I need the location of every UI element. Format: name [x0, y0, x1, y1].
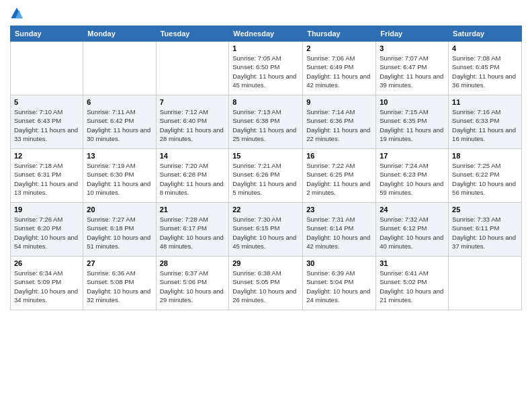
- calendar-cell: 16Sunrise: 7:22 AM Sunset: 6:25 PM Dayli…: [303, 149, 376, 203]
- calendar-cell: 14Sunrise: 7:20 AM Sunset: 6:28 PM Dayli…: [156, 149, 229, 203]
- day-number: 1: [232, 44, 299, 52]
- calendar-cell: 30Sunrise: 6:39 AM Sunset: 5:04 PM Dayli…: [303, 257, 376, 310]
- day-info: Sunrise: 7:31 AM Sunset: 6:14 PM Dayligh…: [306, 215, 372, 250]
- day-number: 7: [160, 98, 226, 106]
- day-info: Sunrise: 7:16 AM Sunset: 6:33 PM Dayligh…: [452, 107, 518, 143]
- logo-icon: [10, 7, 24, 20]
- calendar-cell: 10Sunrise: 7:15 AM Sunset: 6:35 PM Dayli…: [376, 95, 449, 149]
- day-info: Sunrise: 7:28 AM Sunset: 6:17 PM Dayligh…: [160, 215, 226, 250]
- calendar-day-header: Wednesday: [229, 26, 303, 42]
- calendar-day-header: Saturday: [449, 26, 522, 42]
- day-info: Sunrise: 6:36 AM Sunset: 5:08 PM Dayligh…: [87, 269, 152, 304]
- calendar-week-row: 5Sunrise: 7:10 AM Sunset: 6:43 PM Daylig…: [11, 95, 522, 149]
- day-info: Sunrise: 7:26 AM Sunset: 6:20 PM Dayligh…: [14, 215, 79, 250]
- day-number: 24: [380, 205, 445, 214]
- day-number: 30: [306, 259, 372, 267]
- calendar-day-header: Friday: [376, 26, 449, 42]
- calendar-cell: 21Sunrise: 7:28 AM Sunset: 6:17 PM Dayli…: [156, 203, 229, 257]
- day-number: 17: [380, 152, 445, 160]
- day-number: 26: [14, 259, 79, 267]
- calendar-cell: 13Sunrise: 7:19 AM Sunset: 6:30 PM Dayli…: [83, 149, 156, 203]
- day-number: 12: [14, 152, 79, 160]
- day-info: Sunrise: 7:25 AM Sunset: 6:22 PM Dayligh…: [452, 161, 518, 197]
- calendar-cell: 15Sunrise: 7:21 AM Sunset: 6:26 PM Dayli…: [229, 149, 303, 203]
- calendar-cell: 6Sunrise: 7:11 AM Sunset: 6:42 PM Daylig…: [83, 95, 156, 149]
- day-number: 5: [14, 98, 79, 106]
- calendar-cell: 1Sunrise: 7:05 AM Sunset: 6:50 PM Daylig…: [229, 42, 303, 95]
- calendar-cell: [156, 42, 229, 95]
- day-info: Sunrise: 7:11 AM Sunset: 6:42 PM Dayligh…: [87, 107, 152, 143]
- day-number: 3: [380, 44, 445, 52]
- day-info: Sunrise: 7:18 AM Sunset: 6:31 PM Dayligh…: [14, 161, 79, 197]
- day-number: 20: [87, 205, 152, 214]
- day-number: 11: [452, 98, 518, 106]
- calendar-week-row: 1Sunrise: 7:05 AM Sunset: 6:50 PM Daylig…: [11, 42, 522, 95]
- calendar-cell: 23Sunrise: 7:31 AM Sunset: 6:14 PM Dayli…: [303, 203, 376, 257]
- calendar-day-header: Monday: [83, 26, 156, 42]
- day-number: 31: [380, 259, 445, 267]
- calendar-day-header: Thursday: [303, 26, 376, 42]
- calendar-cell: 17Sunrise: 7:24 AM Sunset: 6:23 PM Dayli…: [376, 149, 449, 203]
- day-number: 14: [160, 152, 226, 160]
- day-info: Sunrise: 7:22 AM Sunset: 6:25 PM Dayligh…: [306, 161, 372, 197]
- day-info: Sunrise: 7:24 AM Sunset: 6:23 PM Dayligh…: [380, 161, 445, 197]
- day-info: Sunrise: 7:05 AM Sunset: 6:50 PM Dayligh…: [232, 54, 299, 89]
- day-info: Sunrise: 7:12 AM Sunset: 6:40 PM Dayligh…: [160, 107, 226, 143]
- day-number: 28: [160, 259, 226, 267]
- day-number: 27: [87, 259, 152, 267]
- day-info: Sunrise: 7:14 AM Sunset: 6:36 PM Dayligh…: [306, 107, 372, 143]
- day-info: Sunrise: 6:41 AM Sunset: 5:02 PM Dayligh…: [380, 269, 445, 304]
- calendar-cell: 26Sunrise: 6:34 AM Sunset: 5:09 PM Dayli…: [11, 257, 83, 310]
- calendar-cell: 8Sunrise: 7:13 AM Sunset: 6:38 PM Daylig…: [229, 95, 303, 149]
- day-info: Sunrise: 7:27 AM Sunset: 6:18 PM Dayligh…: [87, 215, 152, 250]
- day-number: 25: [452, 205, 518, 214]
- calendar-cell: 12Sunrise: 7:18 AM Sunset: 6:31 PM Dayli…: [11, 149, 83, 203]
- calendar-cell: 22Sunrise: 7:30 AM Sunset: 6:15 PM Dayli…: [229, 203, 303, 257]
- day-number: 29: [232, 259, 299, 267]
- calendar-cell: 4Sunrise: 7:08 AM Sunset: 6:45 PM Daylig…: [449, 42, 522, 95]
- calendar-cell: 9Sunrise: 7:14 AM Sunset: 6:36 PM Daylig…: [303, 95, 376, 149]
- day-number: 4: [452, 44, 518, 52]
- day-number: 9: [306, 98, 372, 106]
- calendar-cell: 25Sunrise: 7:33 AM Sunset: 6:11 PM Dayli…: [449, 203, 522, 257]
- day-info: Sunrise: 7:21 AM Sunset: 6:26 PM Dayligh…: [232, 161, 299, 197]
- day-number: 2: [306, 44, 372, 52]
- calendar-header-row: SundayMondayTuesdayWednesdayThursdayFrid…: [11, 26, 522, 42]
- day-number: 15: [232, 152, 299, 160]
- calendar-cell: 20Sunrise: 7:27 AM Sunset: 6:18 PM Dayli…: [83, 203, 156, 257]
- day-info: Sunrise: 7:20 AM Sunset: 6:28 PM Dayligh…: [160, 161, 226, 197]
- day-info: Sunrise: 7:15 AM Sunset: 6:35 PM Dayligh…: [380, 107, 445, 143]
- day-number: 10: [380, 98, 445, 106]
- calendar-cell: 7Sunrise: 7:12 AM Sunset: 6:40 PM Daylig…: [156, 95, 229, 149]
- calendar-cell: 27Sunrise: 6:36 AM Sunset: 5:08 PM Dayli…: [83, 257, 156, 310]
- day-info: Sunrise: 7:30 AM Sunset: 6:15 PM Dayligh…: [232, 215, 299, 250]
- day-number: 23: [306, 205, 372, 214]
- calendar-week-row: 26Sunrise: 6:34 AM Sunset: 5:09 PM Dayli…: [11, 257, 522, 310]
- calendar-cell: 5Sunrise: 7:10 AM Sunset: 6:43 PM Daylig…: [11, 95, 83, 149]
- calendar-week-row: 19Sunrise: 7:26 AM Sunset: 6:20 PM Dayli…: [11, 203, 522, 257]
- day-info: Sunrise: 6:37 AM Sunset: 5:06 PM Dayligh…: [160, 269, 226, 304]
- day-info: Sunrise: 7:07 AM Sunset: 6:47 PM Dayligh…: [380, 54, 445, 89]
- calendar-cell: 29Sunrise: 6:38 AM Sunset: 5:05 PM Dayli…: [229, 257, 303, 310]
- calendar-day-header: Tuesday: [156, 26, 229, 42]
- day-info: Sunrise: 7:33 AM Sunset: 6:11 PM Dayligh…: [452, 215, 518, 250]
- calendar-cell: [11, 42, 83, 95]
- day-number: 21: [160, 205, 226, 214]
- day-number: 19: [14, 205, 79, 214]
- day-info: Sunrise: 7:08 AM Sunset: 6:45 PM Dayligh…: [452, 54, 518, 89]
- calendar-table: SundayMondayTuesdayWednesdayThursdayFrid…: [10, 26, 522, 310]
- page: SundayMondayTuesdayWednesdayThursdayFrid…: [0, 0, 532, 411]
- logo: [10, 7, 26, 20]
- day-number: 6: [87, 98, 152, 106]
- calendar-day-header: Sunday: [11, 26, 83, 42]
- day-number: 13: [87, 152, 152, 160]
- day-info: Sunrise: 7:19 AM Sunset: 6:30 PM Dayligh…: [87, 161, 152, 197]
- day-number: 8: [232, 98, 299, 106]
- header: [10, 7, 522, 20]
- day-number: 22: [232, 205, 299, 214]
- day-info: Sunrise: 6:39 AM Sunset: 5:04 PM Dayligh…: [306, 269, 372, 304]
- calendar-cell: 24Sunrise: 7:32 AM Sunset: 6:12 PM Dayli…: [376, 203, 449, 257]
- calendar-cell: 31Sunrise: 6:41 AM Sunset: 5:02 PM Dayli…: [376, 257, 449, 310]
- calendar-cell: 19Sunrise: 7:26 AM Sunset: 6:20 PM Dayli…: [11, 203, 83, 257]
- calendar-cell: 28Sunrise: 6:37 AM Sunset: 5:06 PM Dayli…: [156, 257, 229, 310]
